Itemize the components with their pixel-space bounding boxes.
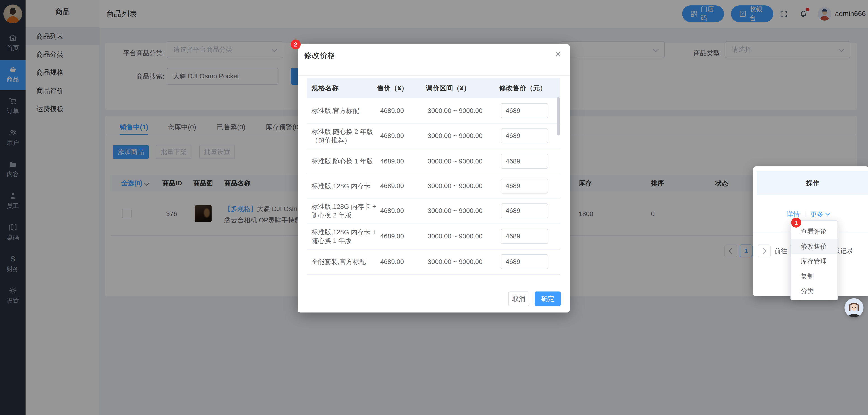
chevron-right-icon: [761, 248, 766, 253]
spec-range: 3000.00 ~ 9000.00: [428, 148, 483, 174]
modal-table-bottom-line: [307, 274, 560, 275]
price-input[interactable]: [501, 154, 548, 169]
modal-title: 修改价格: [304, 50, 336, 61]
spec-row: 标准版,128G 内存卡 4689.00 3000.00 ~ 9000.00: [307, 174, 560, 199]
app-root: 首页 商品 订单 用户 内容 员工 桌码 $ 财务: [0, 0, 868, 415]
spec-price: 4689.00: [380, 98, 404, 123]
spec-name: 标准版,128G 内存卡 + 随心换 2 年版: [311, 198, 379, 223]
more-dropdown-menu: 查看评论 修改售价 库存管理 复制 分类: [790, 220, 838, 300]
spec-range: 3000.00 ~ 9000.00: [428, 198, 483, 223]
cancel-button[interactable]: 取消: [508, 291, 529, 306]
price-input[interactable]: [501, 179, 548, 194]
close-icon[interactable]: ✕: [555, 50, 561, 59]
spec-name: 标准版,128G 内存卡 + 随心换 1 年版: [311, 223, 379, 249]
spec-range: 3000.00 ~ 9000.00: [428, 174, 483, 198]
modal-scrollbar[interactable]: [557, 97, 560, 136]
spec-range: 3000.00 ~ 9000.00: [428, 223, 483, 249]
more-link[interactable]: 更多: [810, 210, 824, 219]
spec-price: 4689.00: [380, 148, 404, 174]
spec-price: 4689.00: [380, 123, 404, 148]
spec-row: 标准版,随心换 2 年版（超值推荐） 4689.00 3000.00 ~ 900…: [307, 123, 560, 149]
confirm-button[interactable]: 确定: [535, 291, 561, 306]
modal-table-header: 规格名称 售价（¥） 调价区间（¥） 修改售价（元）: [307, 78, 560, 98]
menu-item-category[interactable]: 分类: [791, 284, 837, 299]
spec-row: 全能套装,官方标配 4689.00 3000.00 ~ 9000.00: [307, 249, 560, 274]
price-input[interactable]: [501, 129, 548, 143]
range-header: 调价区间（¥）: [426, 78, 470, 98]
guide-step-2-badge: 2: [291, 39, 301, 49]
detail-link[interactable]: 详情: [786, 210, 800, 219]
spec-name: 标准版,随心换 1 年版: [311, 148, 379, 174]
action-header-band: 操作: [757, 171, 868, 195]
next-page-button[interactable]: [758, 245, 771, 257]
spec-name: 标准版,128G 内存卡: [311, 174, 379, 198]
price-header: 售价（¥）: [377, 78, 408, 98]
spec-price: 4689.00: [380, 174, 404, 198]
assistant-avatar[interactable]: [844, 298, 864, 317]
menu-item-copy[interactable]: 复制: [791, 269, 837, 284]
spec-price: 4689.00: [380, 223, 404, 249]
spec-price: 4689.00: [380, 198, 404, 223]
goto-label: 前往: [774, 245, 787, 257]
edit-price-modal: 修改价格 ✕ 规格名称 售价（¥） 调价区间（¥） 修改售价（元） 标准版,官方…: [298, 44, 569, 312]
price-input[interactable]: [501, 254, 548, 269]
menu-item-stock-manage[interactable]: 库存管理: [791, 254, 837, 269]
spec-range: 3000.00 ~ 9000.00: [428, 98, 483, 123]
spec-row: 标准版,128G 内存卡 + 随心换 1 年版 4689.00 3000.00 …: [307, 223, 560, 249]
spec-name: 标准版,官方标配: [311, 98, 379, 123]
spec-name: 标准版,随心换 2 年版（超值推荐）: [311, 123, 379, 148]
action-header: 操作: [757, 171, 868, 195]
menu-item-edit-price[interactable]: 修改售价: [791, 239, 837, 254]
chevron-down-icon: [825, 211, 831, 216]
spec-range: 3000.00 ~ 9000.00: [428, 123, 483, 148]
guide-step-1-badge: 1: [791, 218, 801, 228]
price-input[interactable]: [501, 103, 548, 118]
edit-price-header: 修改售价（元）: [499, 78, 547, 98]
spec-price: 4689.00: [380, 249, 404, 274]
spec-name-header: 规格名称: [311, 78, 339, 98]
price-input[interactable]: [501, 229, 548, 244]
spec-name: 全能套装,官方标配: [311, 249, 379, 274]
spec-row: 标准版,官方标配 4689.00 3000.00 ~ 9000.00: [307, 98, 560, 124]
spec-row: 标准版,128G 内存卡 + 随心换 2 年版 4689.00 3000.00 …: [307, 198, 560, 224]
spec-row: 标准版,随心换 1 年版 4689.00 3000.00 ~ 9000.00: [307, 148, 560, 174]
girl-avatar-icon: [844, 298, 864, 317]
modal-header-divider: [298, 75, 569, 76]
price-input[interactable]: [501, 203, 548, 218]
spec-range: 3000.00 ~ 9000.00: [428, 249, 483, 274]
link-divider: |: [804, 210, 806, 217]
